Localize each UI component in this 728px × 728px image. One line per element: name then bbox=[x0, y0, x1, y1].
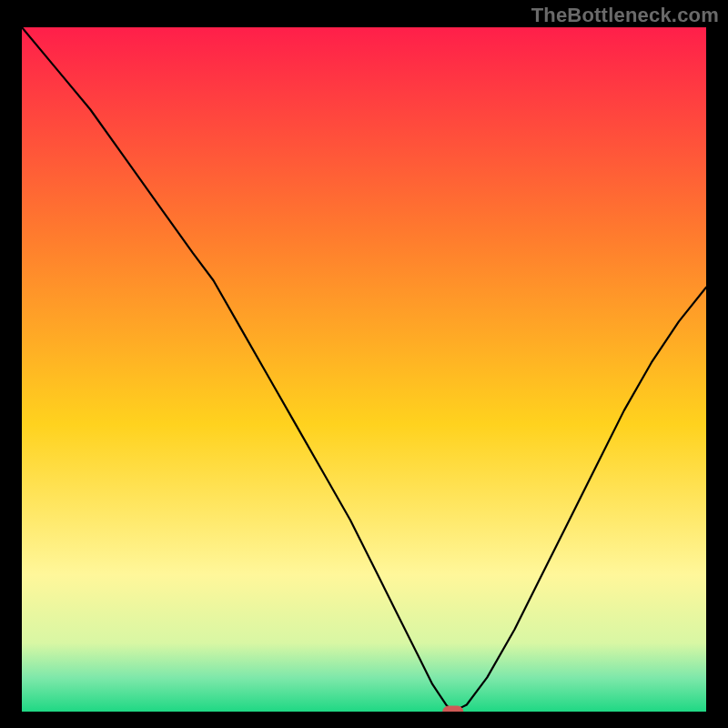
optimal-point-marker bbox=[443, 706, 463, 712]
plot-area bbox=[22, 27, 706, 712]
chart-frame: TheBottleneck.com bbox=[0, 0, 728, 728]
watermark-text: TheBottleneck.com bbox=[531, 4, 719, 27]
gradient-background bbox=[22, 27, 706, 712]
bottleneck-chart bbox=[22, 27, 706, 712]
